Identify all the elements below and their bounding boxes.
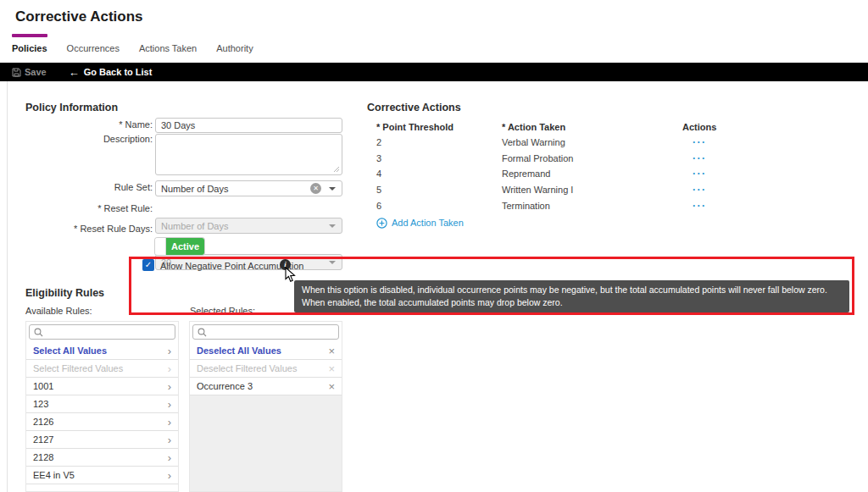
tab-occurrences[interactable]: Occurrences	[64, 34, 123, 53]
list-item[interactable]	[26, 484, 178, 492]
active-toggle[interactable]: Active	[155, 238, 204, 255]
ellipsis-icon[interactable]: ···	[682, 168, 856, 180]
list-item[interactable]: Deselect Filtered Values×	[190, 360, 342, 378]
chevron-right-icon[interactable]: ›	[168, 470, 171, 481]
list-item-label: 1001	[33, 381, 168, 391]
add-action-taken-button[interactable]: Add Action Taken	[376, 218, 856, 229]
list-item-label: Occurrence 3	[197, 381, 328, 391]
column-header-point-threshold: * Point Threshold	[376, 122, 502, 132]
ellipsis-icon[interactable]: ···	[682, 184, 856, 196]
name-label: * Name:	[25, 119, 153, 130]
go-back-button[interactable]: ← Go Back to List	[69, 67, 153, 77]
column-header-actions: Actions	[682, 122, 856, 132]
action-taken-value: Formal Probation	[502, 153, 682, 163]
list-item-label: EE4 in V5	[33, 470, 168, 480]
selected-rules-list: Deselect All Values×Deselect Filtered Va…	[190, 342, 342, 491]
list-item-label: Select Filtered Values	[33, 363, 168, 373]
point-threshold-value: 3	[376, 153, 502, 163]
rule-set-select[interactable]: Number of Days ✕	[155, 180, 342, 196]
point-threshold-value: 2	[376, 137, 502, 147]
tab-bar: Policies Occurrences Actions Taken Autho…	[8, 34, 270, 53]
available-rules-label: Available Rules:	[25, 306, 92, 316]
description-label: Description:	[25, 134, 153, 144]
toggle-knob	[155, 238, 166, 255]
ellipsis-icon[interactable]: ···	[682, 200, 856, 212]
chevron-down-icon	[329, 224, 336, 228]
tab-label: Actions Taken	[139, 43, 197, 53]
action-taken-value: Repremand	[502, 169, 682, 179]
tab-policies[interactable]: Policies	[8, 34, 51, 53]
reset-rule-days-label: * Reset Rule Days:	[25, 224, 153, 234]
eligibility-rules-heading: Eligibility Rules	[25, 287, 104, 299]
toolbar: Save ← Go Back to List	[0, 63, 868, 81]
chevron-right-icon[interactable]: ›	[168, 417, 171, 428]
resize-grip-icon[interactable]	[333, 166, 340, 173]
list-item[interactable]: Select All Values›	[26, 342, 178, 360]
chevron-down-icon	[329, 261, 336, 264]
list-item[interactable]: 2128›	[26, 449, 178, 467]
active-tab-indicator	[12, 34, 47, 37]
corrective-actions-rows: 2Verbal Warning···3Formal Probation···4R…	[376, 135, 856, 213]
list-item-label: 2127	[33, 434, 168, 445]
action-taken-value: Verbal Warning	[502, 137, 682, 147]
column-header-action-taken: * Action Taken	[502, 122, 682, 132]
page-title: Corrective Actions	[15, 8, 143, 25]
clear-circle-icon[interactable]: ✕	[310, 183, 321, 194]
table-row: 5Written Warning I···	[376, 182, 856, 198]
list-item-label: Select All Values	[33, 346, 168, 356]
list-item[interactable]: 2126›	[26, 413, 178, 431]
reset-rule-select: Number of Days	[155, 218, 342, 234]
tooltip: When this option is disabled, individual…	[294, 280, 849, 312]
close-icon[interactable]: ×	[328, 381, 335, 392]
name-input[interactable]: 30 Days	[155, 118, 342, 133]
close-icon[interactable]: ×	[328, 363, 335, 374]
chevron-right-icon[interactable]: ›	[168, 346, 171, 357]
tab-authority[interactable]: Authority	[213, 34, 256, 53]
close-icon[interactable]: ×	[328, 346, 335, 357]
search-icon	[198, 328, 207, 337]
corrective-actions-heading: Corrective Actions	[367, 102, 461, 113]
list-item[interactable]: 2127›	[26, 431, 178, 449]
point-threshold-value: 4	[376, 169, 502, 179]
allow-negative-points-checkbox[interactable]: ✓	[142, 259, 154, 271]
action-taken-value: Written Warning I	[502, 185, 682, 195]
arrow-left-icon: ←	[69, 68, 80, 77]
ellipsis-icon[interactable]: ···	[682, 136, 856, 148]
chevron-down-icon[interactable]	[329, 187, 336, 191]
chevron-right-icon[interactable]: ›	[168, 452, 171, 463]
table-header-row: * Point Threshold * Action Taken Actions	[376, 119, 856, 135]
list-item-label: 123	[33, 399, 168, 409]
list-item[interactable]: 123›	[26, 395, 178, 413]
list-item[interactable]: Deselect All Values×	[190, 342, 342, 360]
tab-label: Occurrences	[67, 43, 120, 53]
page-left-border	[7, 81, 8, 492]
chevron-right-icon[interactable]: ›	[168, 434, 171, 445]
selected-rules-label: Selected Rules:	[190, 306, 255, 316]
available-rules-search-input[interactable]	[29, 324, 175, 340]
corrective-actions-table: * Point Threshold * Action Taken Actions…	[376, 119, 856, 229]
search-icon	[34, 328, 43, 337]
chevron-right-icon[interactable]: ›	[168, 381, 171, 392]
selected-rules-search-input[interactable]	[192, 324, 339, 340]
tab-label: Authority	[216, 43, 253, 53]
chevron-right-icon[interactable]: ›	[168, 399, 171, 410]
list-item[interactable]: EE4 in V5›	[26, 467, 178, 484]
list-item-label: Deselect All Values	[197, 346, 328, 356]
selected-rules-panel: Deselect All Values×Deselect Filtered Va…	[189, 321, 342, 492]
save-button[interactable]: Save	[12, 67, 47, 77]
table-row: 4Repremand···	[376, 166, 856, 182]
floppy-icon	[12, 68, 21, 77]
action-taken-value: Termination	[502, 201, 682, 211]
description-textarea[interactable]	[155, 134, 342, 175]
tab-label: Policies	[12, 43, 47, 53]
list-item[interactable]: Select Filtered Values›	[26, 360, 178, 378]
table-row: 2Verbal Warning···	[376, 135, 856, 151]
list-item[interactable]: Occurrence 3×	[190, 378, 342, 395]
chevron-right-icon[interactable]: ›	[168, 363, 171, 374]
tab-actions-taken[interactable]: Actions Taken	[136, 34, 200, 53]
list-item[interactable]: 1001›	[26, 378, 178, 395]
plus-circle-icon	[376, 218, 387, 229]
ellipsis-icon[interactable]: ···	[682, 152, 856, 164]
point-threshold-value: 6	[376, 201, 502, 211]
reset-rule-label: * Reset Rule:	[25, 203, 153, 213]
